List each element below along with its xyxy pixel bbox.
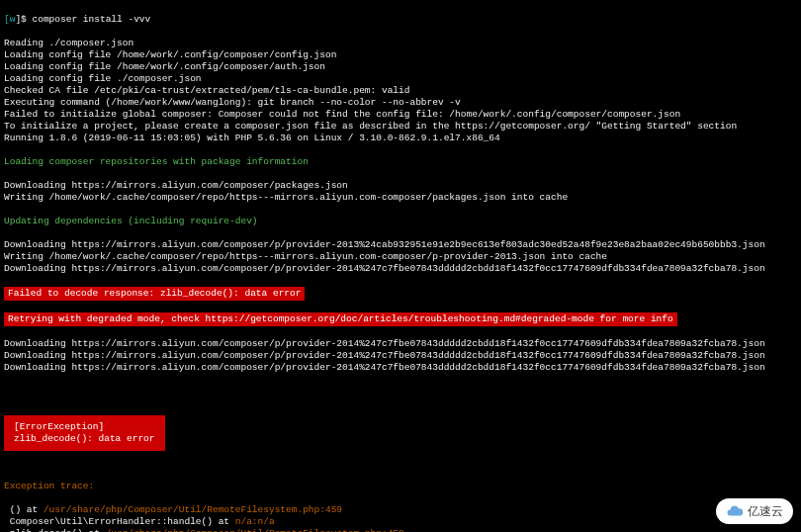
- error-exception-box: [ErrorException]zlib_decode(): data erro…: [4, 415, 165, 451]
- output-line: Downloading https://mirrors.aliyun.com/c…: [4, 338, 797, 350]
- output-line: Downloading https://mirrors.aliyun.com/c…: [4, 263, 797, 275]
- output-line: Loading config file /home/work/.config/c…: [4, 49, 797, 61]
- status-loading-repos: Loading composer repositories with packa…: [4, 156, 797, 168]
- output-line: Checked CA file /etc/pki/ca-trust/extrac…: [4, 85, 797, 97]
- output-line: Writing /home/work/.cache/composer/repo/…: [4, 192, 797, 204]
- error-line: Failed to decode response: zlib_decode()…: [4, 287, 797, 301]
- output-line: Failed to initialize global composer: Co…: [4, 109, 797, 121]
- output-line: Downloading https://mirrors.aliyun.com/c…: [4, 239, 797, 251]
- output-line: Executing command (/home/work/www/wanglo…: [4, 97, 797, 109]
- output-line: Reading ./composer.json: [4, 38, 797, 49]
- terminal-output: [w]$ composer install -vvv Reading ./com…: [0, 0, 801, 532]
- output-line: Writing /home/work/.cache/composer/repo/…: [4, 251, 797, 263]
- command-text: composer install -vvv: [33, 14, 151, 25]
- status-updating-deps: Updating dependencies (including require…: [4, 216, 797, 227]
- output-line: Downloading https://mirrors.aliyun.com/c…: [4, 350, 797, 362]
- output-line: To initialize a project, please create a…: [4, 121, 797, 133]
- trace-line: Composer\Util\ErrorHandler::handle() at …: [4, 516, 797, 528]
- trace-line: () at /usr/share/php/Composer/Util/Remot…: [4, 504, 797, 516]
- output-line: Downloading https://mirrors.aliyun.com/c…: [4, 362, 797, 374]
- trace-line: zlib_decode() at /usr/share/php/Composer…: [4, 528, 797, 532]
- trace-header: Exception trace:: [4, 481, 797, 492]
- retry-line: Retrying with degraded mode, check https…: [4, 312, 797, 326]
- output-line: Loading config file /home/work/.config/c…: [4, 61, 797, 73]
- prompt-line: [w]$ composer install -vvv: [4, 14, 797, 26]
- output-line: Loading config file ./composer.json: [4, 73, 797, 85]
- output-line: Running 1.8.6 (2019-06-11 15:03:05) with…: [4, 133, 797, 144]
- output-line: Downloading https://mirrors.aliyun.com/c…: [4, 180, 797, 192]
- watermark-logo: 亿速云: [716, 498, 793, 524]
- cloud-icon: [726, 502, 744, 520]
